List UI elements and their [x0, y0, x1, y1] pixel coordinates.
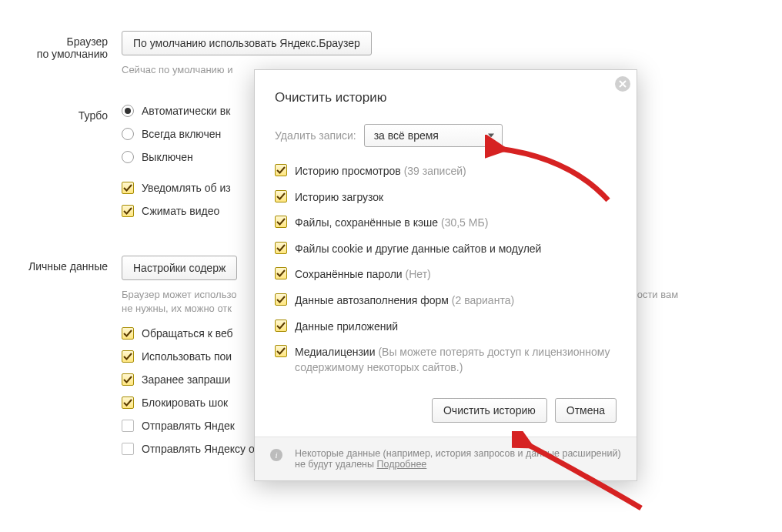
radio-label: Автоматически вк — [142, 105, 230, 117]
clear-item-passwords[interactable]: Сохранённые пароли (Нет) — [275, 267, 617, 283]
clear-item-autofill[interactable]: Данные автозаполнения форм (2 варианта) — [275, 293, 617, 309]
item-suffix: (39 записей) — [404, 165, 466, 177]
checkbox-label: Заранее запраши — [142, 373, 230, 386]
checkbox-icon — [122, 350, 134, 363]
item-label: Историю просмотров — [295, 165, 401, 177]
checkbox-label: Уведомлять об из — [142, 182, 231, 194]
close-icon[interactable] — [615, 76, 630, 92]
checkbox-icon — [275, 267, 287, 279]
item-label: Медиалицензии — [295, 346, 376, 358]
checkbox-label: Отправлять Яндек — [142, 420, 235, 432]
modal-footer: i Некоторые данные (например, история за… — [255, 437, 637, 480]
item-label: Файлы, сохранённые в кэше — [295, 216, 438, 229]
info-icon: i — [270, 449, 282, 461]
checkbox-label: Обращаться к веб — [142, 327, 233, 340]
personal-hint-line1: Браузер может использо — [122, 289, 236, 300]
radio-label: Выключен — [142, 151, 193, 163]
clear-item-appdata[interactable]: Данные приложений — [275, 320, 617, 335]
modal-title: Очистить историю — [275, 90, 617, 105]
checkbox-icon — [275, 345, 287, 357]
cancel-button[interactable]: Отмена — [555, 398, 617, 423]
setting-label-personal: Личные данные — [0, 256, 122, 465]
checkbox-icon — [122, 373, 134, 386]
checkbox-icon — [122, 396, 134, 409]
clear-item-downloads[interactable]: Историю загрузок — [275, 190, 617, 206]
checkbox-icon — [275, 320, 287, 332]
checkbox-icon — [122, 205, 134, 217]
set-default-browser-button[interactable]: По умолчанию использовать Яндекс.Браузер — [122, 31, 372, 55]
clear-item-browsing[interactable]: Историю просмотров (39 записей) — [275, 164, 617, 179]
checkbox-label: Сжимать видео — [142, 205, 219, 217]
checkbox-icon — [122, 443, 134, 455]
content-settings-button[interactable]: Настройки содерж — [122, 256, 237, 280]
clear-item-media-licenses[interactable]: Медиалицензии (Вы можете потерять доступ… — [275, 345, 617, 375]
checkbox-label: Блокировать шок — [142, 396, 228, 409]
clear-item-cache[interactable]: Файлы, сохранённые в кэше (30,5 МБ) — [275, 216, 617, 231]
checkbox-icon — [275, 190, 287, 202]
radio-label: Всегда включен — [142, 128, 221, 140]
checkbox-label: Использовать пои — [142, 350, 232, 363]
period-select-value: за всё время — [374, 129, 439, 142]
clear-item-cookies[interactable]: Файлы cookie и другие данные сайтов и мо… — [275, 242, 617, 257]
checkbox-icon — [275, 293, 287, 306]
footer-more-link[interactable]: Подробнее — [376, 459, 426, 470]
setting-label-default-browser: Браузер по умолчанию — [0, 31, 122, 77]
radio-icon — [122, 105, 134, 117]
checkbox-icon — [275, 216, 287, 228]
checkbox-icon — [122, 420, 134, 432]
radio-icon — [122, 151, 134, 163]
clear-history-button[interactable]: Очистить историю — [432, 398, 547, 423]
personal-hint-line2: не нужны, их можно отк — [122, 303, 232, 314]
item-label: Историю загрузок — [295, 191, 383, 203]
setting-label-turbo: Турбо — [0, 105, 122, 228]
period-row: Удалить записи: за всё время — [275, 124, 617, 147]
period-label: Удалить записи: — [275, 129, 356, 142]
clear-history-modal: Очистить историю Удалить записи: за всё … — [254, 69, 637, 481]
chevron-down-icon — [488, 134, 494, 138]
radio-icon — [122, 128, 134, 140]
modal-actions: Очистить историю Отмена — [275, 398, 617, 423]
checkbox-icon — [275, 164, 287, 176]
checkbox-icon — [122, 182, 134, 194]
clear-items-list: Историю просмотров (39 записей) Историю … — [275, 164, 617, 375]
footer-text: Некоторые данные (например, история запр… — [295, 448, 621, 470]
item-label: Данные автозаполнения форм — [295, 294, 449, 306]
item-suffix: (30,5 МБ) — [441, 216, 488, 229]
item-label: Сохранённые пароли — [295, 268, 403, 280]
item-label: Файлы cookie и другие данные сайтов и мо… — [295, 243, 541, 255]
period-select[interactable]: за всё время — [364, 124, 503, 147]
item-suffix: (Нет) — [406, 268, 431, 280]
item-label: Данные приложений — [295, 320, 398, 333]
item-suffix: (2 варианта) — [452, 294, 514, 306]
checkbox-icon — [275, 242, 287, 254]
checkbox-icon — [122, 327, 134, 340]
